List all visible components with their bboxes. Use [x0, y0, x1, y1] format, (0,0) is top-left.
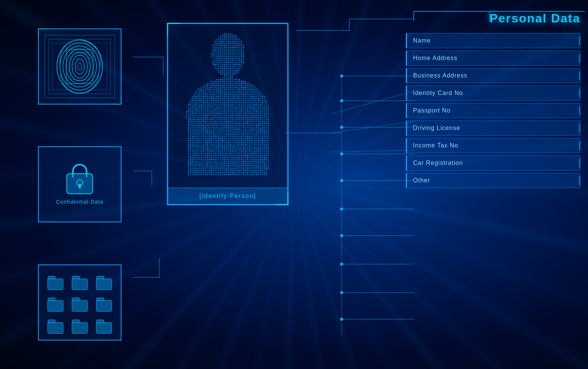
world-map-overlay	[0, 0, 588, 369]
